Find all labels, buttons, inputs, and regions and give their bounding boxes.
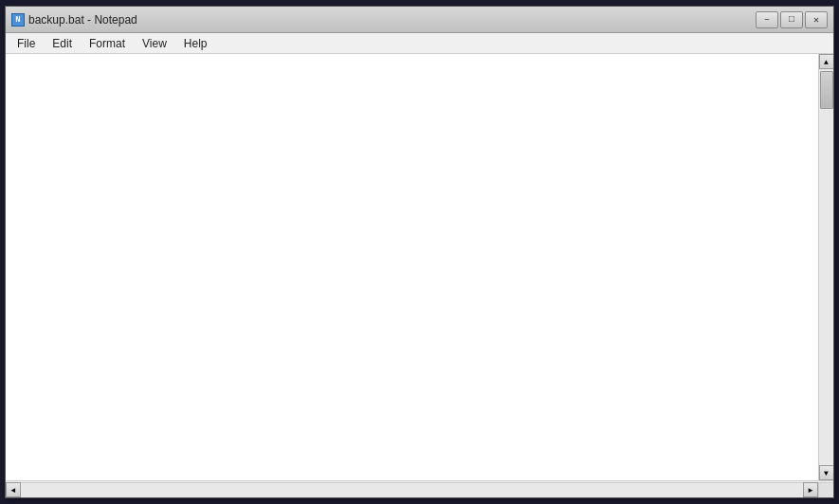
maximize-button[interactable]: □ [780, 11, 803, 28]
app-icon: N [11, 13, 25, 27]
window-title: backup.bat - Notepad [28, 13, 137, 27]
menu-file[interactable]: File [9, 35, 43, 52]
menu-view[interactable]: View [135, 35, 174, 52]
menu-edit[interactable]: Edit [45, 35, 80, 52]
scrollbar-corner [818, 482, 833, 497]
close-button[interactable]: ✕ [805, 11, 828, 28]
title-bar: N backup.bat - Notepad – □ ✕ [6, 7, 833, 33]
scroll-track-horizontal[interactable] [21, 483, 803, 497]
scroll-thumb-vertical[interactable] [820, 71, 833, 109]
menu-format[interactable]: Format [82, 35, 133, 52]
scroll-down-button[interactable]: ▼ [819, 465, 834, 480]
menu-help[interactable]: Help [176, 35, 215, 52]
minimize-button[interactable]: – [756, 11, 778, 28]
scroll-up-button[interactable]: ▲ [819, 54, 834, 69]
window-controls: – □ ✕ [756, 11, 828, 28]
title-bar-left: N backup.bat - Notepad [11, 13, 137, 27]
notepad-window: N backup.bat - Notepad – □ ✕ File Edit F… [5, 6, 834, 498]
scroll-right-button[interactable]: ► [803, 482, 818, 497]
scroll-left-button[interactable]: ◄ [6, 482, 21, 497]
horizontal-scrollbar: ◄ ► [6, 482, 818, 497]
text-editor[interactable] [6, 54, 818, 480]
menu-bar: File Edit Format View Help [6, 33, 833, 54]
editor-area: ▲ ▼ [6, 54, 833, 480]
scroll-track-vertical[interactable] [819, 69, 833, 465]
vertical-scrollbar: ▲ ▼ [818, 54, 833, 480]
bottom-bar: ◄ ► [6, 480, 833, 497]
